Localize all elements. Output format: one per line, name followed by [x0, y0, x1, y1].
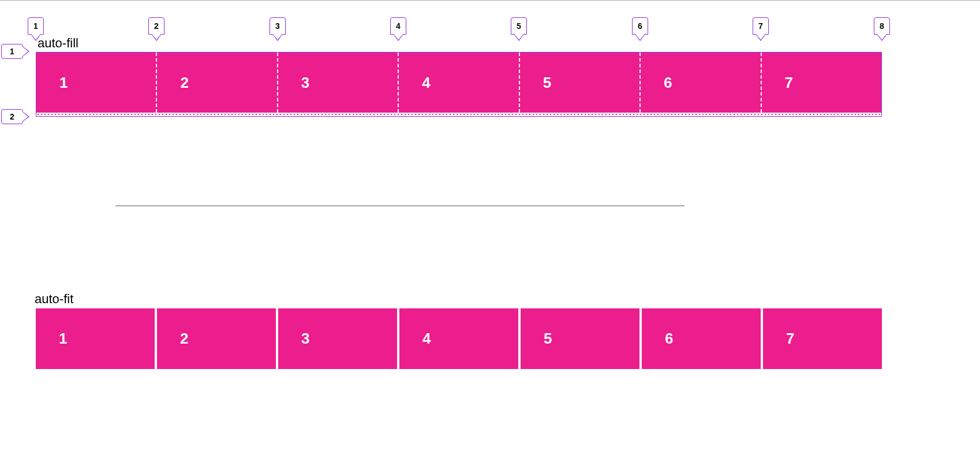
- grid-cell: 2: [157, 308, 276, 369]
- grid-auto-fill: 1234567: [36, 52, 882, 117]
- grid-cell: 3: [278, 53, 399, 113]
- grid-col-marker: 3: [270, 17, 286, 35]
- grid-cell: 4: [399, 53, 519, 113]
- grid-col-marker: 8: [874, 17, 890, 35]
- grid-row-marker: 1: [1, 44, 23, 59]
- grid-col-marker: 5: [511, 17, 527, 35]
- grid-col-marker: 4: [390, 17, 406, 35]
- grid-cell: 5: [521, 308, 639, 369]
- label-auto-fit: auto-fit: [35, 292, 73, 307]
- grid-cell: 1: [36, 53, 157, 113]
- grid-cell: 6: [642, 308, 761, 369]
- grid-col-marker: 2: [148, 17, 164, 35]
- grid-cell: 6: [641, 53, 761, 113]
- grid-cell: 2: [157, 53, 278, 113]
- page-top-separator: [0, 0, 980, 1]
- grid-cell: 7: [763, 308, 882, 369]
- grid-col-marker: 7: [753, 17, 769, 35]
- grid-cell: 4: [399, 308, 518, 369]
- grid-col-marker: 1: [28, 17, 44, 35]
- grid-cell: 7: [762, 53, 881, 113]
- grid-cell: 1: [36, 308, 155, 369]
- label-auto-fill: auto-fill: [38, 36, 78, 51]
- section-divider: [115, 206, 684, 206]
- grid-row-marker: 2: [1, 109, 23, 124]
- grid-cell: 3: [278, 308, 397, 369]
- grid-cell: 5: [520, 53, 641, 113]
- grid-col-marker: 6: [632, 17, 648, 35]
- grid-auto-fit: 1234567: [36, 308, 882, 369]
